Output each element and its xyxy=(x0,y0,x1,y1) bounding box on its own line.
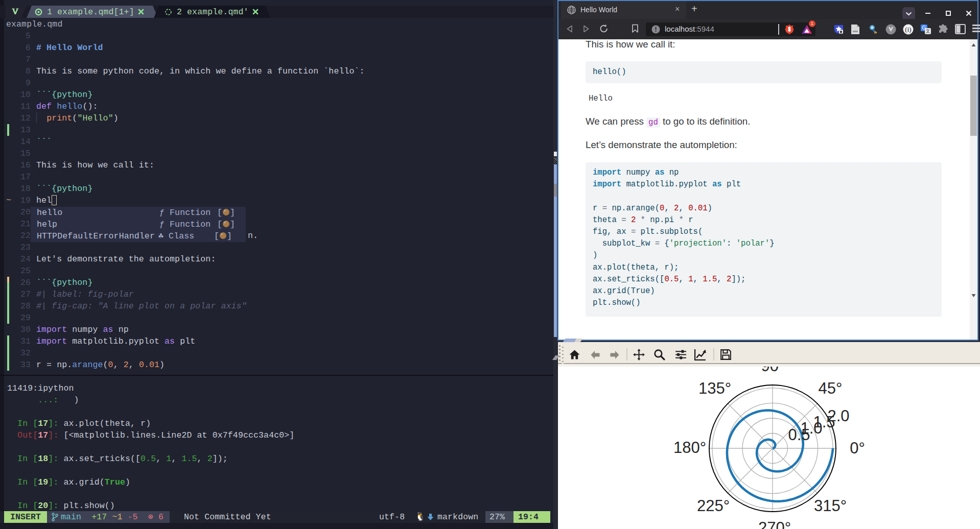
svg-text:135°: 135° xyxy=(698,379,731,397)
svg-text:2.0: 2.0 xyxy=(827,407,849,425)
svg-text:45°: 45° xyxy=(819,379,843,397)
svg-text:225°: 225° xyxy=(697,497,730,515)
svg-text:文: 文 xyxy=(926,29,930,34)
svg-text:315°: 315° xyxy=(814,497,847,515)
svg-text:(i): (i) xyxy=(905,26,911,33)
svg-text:180°: 180° xyxy=(673,439,706,456)
svg-text:0°: 0° xyxy=(850,439,865,457)
svg-text:90°: 90° xyxy=(761,367,785,375)
svg-text:270°: 270° xyxy=(758,519,791,529)
